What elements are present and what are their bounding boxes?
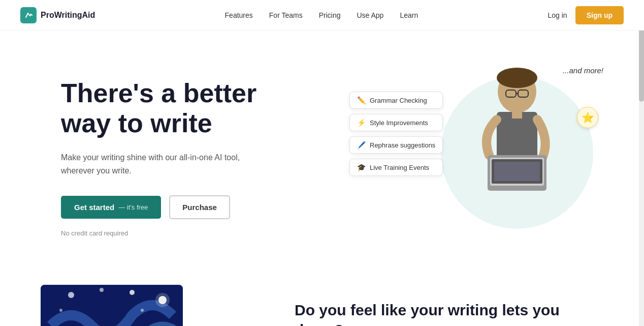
purchase-button[interactable]: Purchase <box>169 195 230 219</box>
nav-use-app[interactable]: Use App <box>357 11 383 19</box>
hero-left: There's a better way to write Make your … <box>61 78 325 238</box>
starry-night-image <box>41 285 183 326</box>
hero-title: There's a better way to write <box>61 78 325 139</box>
training-icon: 🎓 <box>357 163 366 171</box>
lightning-icon: ⚡ <box>357 118 366 127</box>
login-link[interactable]: Log in <box>548 11 567 19</box>
star-badge: ⭐ <box>577 107 598 128</box>
get-started-button[interactable]: Get started — it's free <box>61 196 161 219</box>
pen-icon: 🖊️ <box>357 141 366 149</box>
svg-point-18 <box>141 309 144 312</box>
svg-rect-11 <box>494 162 540 181</box>
no-credit-text: No credit card required <box>61 229 325 237</box>
logo[interactable]: ProWritingAid <box>20 7 95 23</box>
nav-links: Features For Teams Pricing Use App Learn <box>225 11 418 19</box>
hero-section: There's a better way to write Make your … <box>0 31 644 275</box>
svg-rect-7 <box>512 108 522 118</box>
section2-text: Do you feel like your writing lets you d… <box>295 285 603 326</box>
nav-actions: Log in Sign up <box>548 6 624 24</box>
section2: My idea in my head Do you feel like your… <box>0 275 644 326</box>
hero-illustration <box>461 64 573 252</box>
logo-icon <box>20 7 37 23</box>
logo-text: ProWritingAid <box>41 11 95 20</box>
pill-training: 🎓 Live Training Events <box>349 159 443 176</box>
scrollbar-track[interactable] <box>639 0 644 326</box>
pill-style: ⚡ Style Improvements <box>349 114 443 131</box>
section2-image: My idea in my head <box>41 285 254 326</box>
signup-button[interactable]: Sign up <box>575 6 624 24</box>
feature-pills: ✏️ Grammar Checking ⚡ Style Improvements… <box>349 92 443 176</box>
hero-buttons: Get started — it's free Purchase <box>61 195 325 219</box>
nav-features[interactable]: Features <box>225 11 253 19</box>
hero-subtitle: Make your writing shine with our all-in-… <box>61 151 244 177</box>
nav-learn[interactable]: Learn <box>400 11 418 19</box>
svg-point-19 <box>59 309 62 312</box>
svg-point-16 <box>68 292 74 298</box>
nav-pricing[interactable]: Pricing <box>319 11 341 19</box>
nav-for-teams[interactable]: For Teams <box>269 11 303 19</box>
section2-title: Do you feel like your writing lets you d… <box>295 300 603 326</box>
hero-right: ...and more! ⭐ ✏️ Grammar Checking ⚡ Sty… <box>349 61 603 254</box>
svg-point-14 <box>155 293 170 307</box>
pill-rephrase: 🖊️ Rephrase suggestions <box>349 136 443 154</box>
navbar: ProWritingAid Features For Teams Pricing… <box>0 0 644 31</box>
pill-grammar: ✏️ Grammar Checking <box>349 92 443 109</box>
svg-point-17 <box>100 288 104 292</box>
svg-point-2 <box>497 68 537 88</box>
svg-point-15 <box>130 290 135 295</box>
pencil-icon: ✏️ <box>357 96 366 104</box>
